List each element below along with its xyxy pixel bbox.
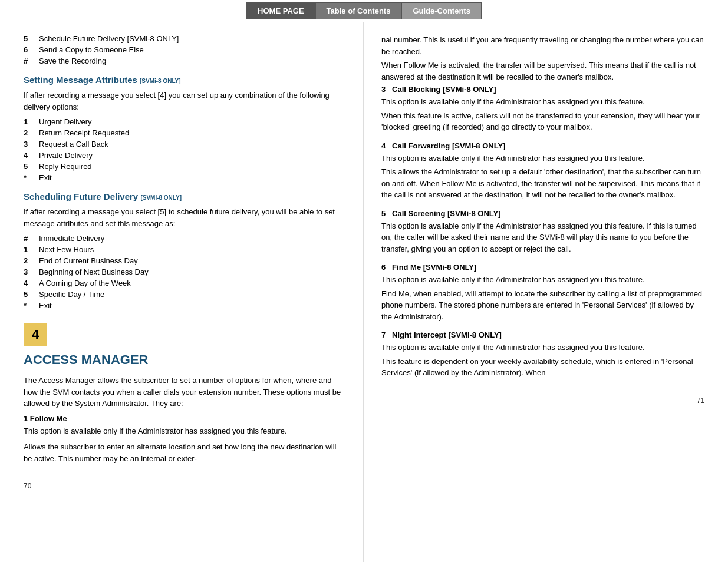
subsection1-para1: This option is available only if the Adm… [24,425,345,437]
guide-contents-button[interactable]: Guide-Contents [401,2,482,19]
section1-title: Setting Message Attributes [SVMi-8 ONLY] [24,75,345,85]
entry6-para2: Find Me, when enabled, will attempt to l… [381,288,704,323]
left-page-number: 70 [24,482,345,490]
entry4-para2: This allows the Administrator to set up … [381,166,704,201]
list-item: 5 Schedule Future Delivery [SVMi-8 ONLY] [24,34,345,43]
section2-title: Scheduling Future Delivery [SVMi-8 ONLY] [24,191,345,201]
table-of-contents-button[interactable]: Table of Contents [315,2,402,19]
list-item: 1 Next Few Hours [24,245,345,254]
entry3-para1: This option is available only if the Adm… [381,96,704,108]
list-item: 4 A Coming Day of the Week [24,279,345,287]
page-container: 5 Schedule Future Delivery [SVMi-8 ONLY]… [0,22,728,562]
list-item: 5 Specific Day / Time [24,290,345,299]
right-page-number: 71 [381,396,704,405]
list-item: 5 Reply Required [24,162,345,171]
entry3-para2: When this feature is active, callers wil… [381,110,704,133]
top-navigation: HOME PAGE Table of Contents Guide-Conten… [0,0,728,22]
list-item: * Exit [24,301,345,310]
list-item: 4 Private Delivery [24,151,345,160]
entry4-header: 4 Call Forwarding [SVMi-8 ONLY] [381,141,704,150]
right-entry-6: 6 Find Me [SVMi-8 ONLY] This option is a… [381,263,704,322]
list-item: 2 Return Receipt Requested [24,128,345,137]
list-item: 3 Request a Call Back [24,140,345,148]
subsection1-title: 1 Follow Me [24,414,345,423]
entry5-header: 5 Call Screening [SVMi-8 ONLY] [381,209,704,218]
entry4-para1: This option is available only if the Adm… [381,153,704,164]
section1-body: If after recording a message you select … [24,90,345,113]
list-item: * Exit [24,173,345,182]
entry7-header: 7 Night Intercept [SVMi-8 ONLY] [381,330,704,339]
subsection1-para2: Allows the subscriber to enter an altern… [24,441,345,464]
right-entry-3: 3 Call Blocking [SVMi-8 ONLY] This optio… [381,85,704,133]
list-item: # Immediate Delivery [24,234,345,243]
section1-list: 1 Urgent Delivery 2 Return Receipt Reque… [24,117,345,182]
entry5-para1: This option is available only if the Adm… [381,220,704,255]
entry6-header: 6 Find Me [SVMi-8 ONLY] [381,263,704,272]
list-item: # Save the Recording [24,57,345,65]
intro-list: 5 Schedule Future Delivery [SVMi-8 ONLY]… [24,34,345,65]
entry7-para1: This option is available only if the Adm… [381,342,704,353]
list-item: 1 Urgent Delivery [24,117,345,126]
list-item: 6 Send a Copy to Someone Else [24,45,345,54]
section2-body: If after recording a message you select … [24,206,345,229]
chapter-number-box: 4 [24,323,47,346]
entry7-para2: This feature is dependent on your weekly… [381,356,704,379]
entry3-header: 3 Call Blocking [SVMi-8 ONLY] [381,85,704,94]
list-item: 2 End of Current Business Day [24,256,345,265]
right-page: nal number. This is useful if you are fr… [364,22,728,562]
right-entry-5: 5 Call Screening [SVMi-8 ONLY] This opti… [381,209,704,255]
section2-list: # Immediate Delivery 1 Next Few Hours 2 … [24,234,345,310]
home-page-button[interactable]: HOME PAGE [246,2,315,19]
main-body: The Access Manager allows the subscriber… [24,375,345,409]
right-entry-7: 7 Night Intercept [SVMi-8 ONLY] This opt… [381,330,704,379]
main-title: ACCESS MANAGER [24,352,345,368]
subsection-follow-me: 1 Follow Me This option is available onl… [24,414,345,465]
right-intro: nal number. This is useful if you are fr… [381,34,704,57]
entry6-para1: This option is available only if the Adm… [381,274,704,286]
right-entry-4: 4 Call Forwarding [SVMi-8 ONLY] This opt… [381,141,704,201]
list-item: 3 Beginning of Next Business Day [24,267,345,276]
left-page: 5 Schedule Future Delivery [SVMi-8 ONLY]… [0,22,364,562]
right-intro2: When Follow Me is activated, the transfe… [381,59,704,82]
